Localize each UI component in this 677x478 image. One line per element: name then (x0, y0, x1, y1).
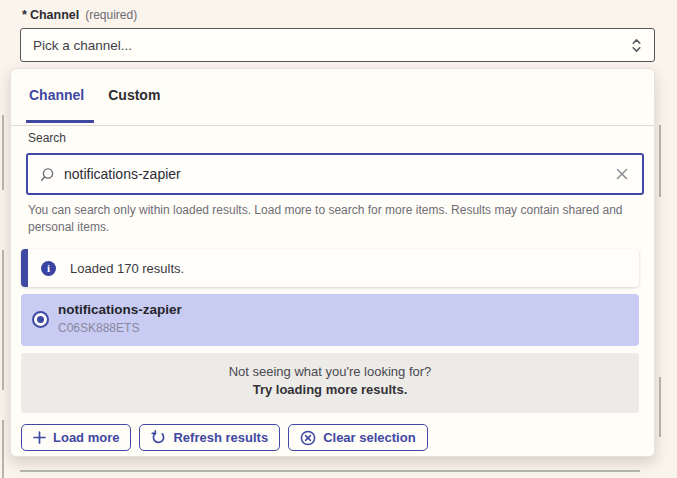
up-down-chevrons-icon (631, 37, 642, 54)
background-field-border-left-2 (2, 250, 4, 390)
background-field-border-bottom (20, 470, 640, 472)
load-more-label: Load more (53, 430, 119, 445)
tabs-divider (11, 125, 654, 126)
channel-dropdown-panel: Channel Custom Search You can search onl… (10, 68, 655, 457)
channel-select-placeholder: Pick a channel... (33, 38, 631, 53)
clear-circle-icon (300, 430, 316, 446)
alert-text: Loaded 170 results. (70, 261, 184, 276)
search-helper-text: You can search only within loaded result… (28, 202, 632, 236)
info-icon: i (41, 261, 56, 276)
action-button-row: Load more Refresh results Clear selectio… (21, 424, 428, 451)
hint-line-1: Not seeing what you're looking for? (21, 364, 639, 379)
search-icon (40, 167, 55, 182)
radio-selected-icon[interactable] (32, 311, 49, 328)
refresh-results-label: Refresh results (173, 430, 268, 445)
background-field-border-right-2 (659, 377, 661, 437)
required-note: (required) (85, 8, 137, 22)
empty-hint-box: Not seeing what you're looking for? Try … (21, 353, 639, 413)
search-box (26, 153, 644, 195)
alert-accent-bar (21, 249, 28, 287)
channel-select[interactable]: Pick a channel... (20, 28, 655, 62)
loaded-results-alert: i Loaded 170 results. (21, 249, 639, 287)
refresh-results-button[interactable]: Refresh results (139, 424, 280, 451)
search-label: Search (28, 131, 66, 145)
clear-selection-label: Clear selection (323, 430, 416, 445)
load-more-button[interactable]: Load more (21, 424, 131, 451)
tab-bar: Channel Custom (29, 87, 160, 117)
result-row-notifications-zapier[interactable]: notifications-zapier C06SK888ETS (21, 294, 639, 346)
tab-custom[interactable]: Custom (108, 87, 160, 117)
refresh-icon (151, 430, 166, 445)
radio-dot (37, 316, 44, 323)
screen: *Channel(required) Pick a channel... Cha… (0, 0, 677, 478)
required-asterisk: * (22, 8, 27, 22)
tab-channel[interactable]: Channel (29, 87, 84, 117)
plus-icon (33, 431, 46, 444)
result-name: notifications-zapier (58, 302, 182, 317)
background-field-border-left-1 (2, 115, 4, 190)
clear-selection-button[interactable]: Clear selection (288, 424, 428, 451)
hint-line-2: Try loading more results. (21, 382, 639, 397)
field-label-text: Channel (30, 8, 79, 22)
channel-field-label: *Channel(required) (22, 8, 137, 22)
active-tab-underline (26, 120, 94, 123)
result-id: C06SK888ETS (58, 321, 139, 335)
clear-search-icon[interactable] (614, 166, 630, 182)
background-field-border-right-1 (659, 125, 661, 197)
background-field-border-left-3 (2, 420, 4, 478)
search-input[interactable] (64, 166, 614, 182)
